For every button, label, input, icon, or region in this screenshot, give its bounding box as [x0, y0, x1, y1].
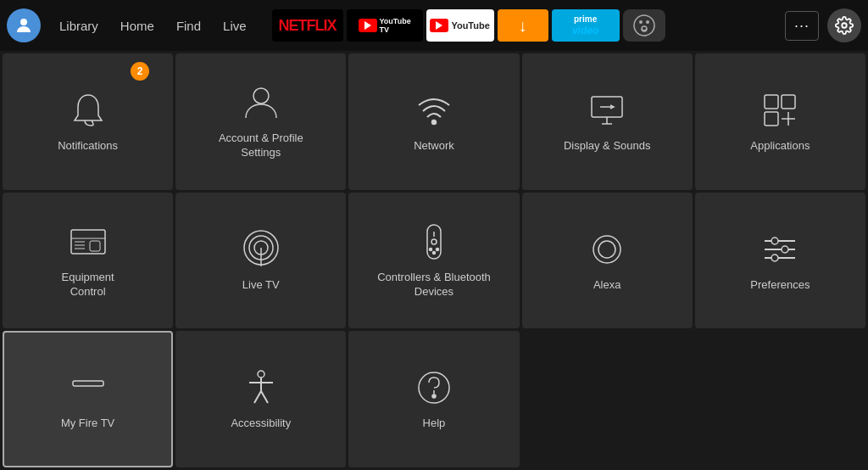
- netflix-button[interactable]: NETFLIX: [272, 9, 343, 42]
- notifications-label: Notifications: [58, 139, 118, 154]
- account-profile-label: Account & ProfileSettings: [219, 131, 303, 160]
- downloader-icon: ↓: [519, 16, 527, 36]
- account-profile-tile[interactable]: Account & ProfileSettings: [175, 53, 346, 190]
- accessibility-label: Accessibility: [231, 417, 291, 431]
- applications-tile[interactable]: Applications: [695, 53, 865, 190]
- controllers-bluetooth-tile[interactable]: Controllers & BluetoothDevices: [348, 193, 519, 329]
- help-tile[interactable]: Help: [348, 331, 519, 467]
- firetv-icon: [68, 367, 108, 408]
- display-sounds-tile[interactable]: Display & Sounds: [522, 53, 693, 190]
- top-navigation: Library Home Find Live NETFLIX YouTubeTV…: [0, 0, 868, 51]
- remote-icon: [414, 221, 454, 262]
- svg-point-42: [258, 371, 264, 378]
- wifi-icon: [414, 90, 454, 131]
- svg-point-32: [432, 252, 435, 255]
- tv-icon: [68, 221, 108, 262]
- youtube-button[interactable]: YouTube: [426, 9, 494, 42]
- svg-point-0: [20, 19, 27, 25]
- svg-point-40: [771, 255, 778, 261]
- more-button[interactable]: ···: [785, 11, 819, 41]
- live-tv-label: Live TV: [242, 278, 280, 293]
- nav-links: Library Home Find Live: [51, 14, 255, 38]
- svg-rect-22: [90, 241, 100, 251]
- sliders-icon: [760, 229, 800, 270]
- empty-tile-1: [522, 331, 693, 467]
- live-tv-tile[interactable]: Live TV: [175, 193, 346, 329]
- nav-library[interactable]: Library: [51, 14, 107, 38]
- network-tile[interactable]: Network: [348, 53, 519, 190]
- my-fire-tv-label: My Fire TV: [61, 417, 114, 431]
- svg-point-7: [431, 120, 436, 124]
- alexa-label: Alexa: [593, 278, 621, 293]
- alexa-icon: [587, 229, 627, 270]
- youtube-logo: YouTube: [430, 19, 489, 32]
- my-fire-tv-tile[interactable]: My Fire TV: [3, 331, 173, 467]
- svg-point-38: [782, 246, 788, 253]
- nav-home[interactable]: Home: [112, 14, 163, 38]
- youtubetv-logo: YouTubeTV: [359, 17, 411, 34]
- accessibility-icon: [241, 367, 281, 408]
- empty-tile-2: [695, 331, 865, 467]
- svg-rect-41: [73, 381, 103, 386]
- antenna-icon: [241, 229, 281, 270]
- nav-find[interactable]: Find: [168, 14, 209, 38]
- network-label: Network: [414, 139, 454, 154]
- app-shortcuts: NETFLIX YouTubeTV YouTube ↓ primevideo: [272, 9, 782, 42]
- svg-point-5: [842, 23, 847, 28]
- help-icon: [414, 367, 454, 408]
- settings-button[interactable]: [827, 8, 861, 42]
- svg-point-2: [639, 20, 643, 24]
- svg-line-45: [254, 391, 261, 403]
- person-icon: [241, 82, 281, 123]
- primevideo-logo: primevideo: [572, 14, 598, 36]
- display-icon: [587, 90, 627, 131]
- downloader-button[interactable]: ↓: [498, 9, 548, 42]
- equipment-control-label: EquipmentControl: [62, 271, 114, 299]
- svg-point-33: [593, 236, 620, 263]
- svg-rect-13: [782, 95, 795, 109]
- nav-live[interactable]: Live: [214, 14, 255, 38]
- svg-rect-12: [765, 95, 778, 109]
- svg-rect-14: [765, 112, 778, 126]
- svg-point-31: [436, 249, 438, 251]
- apps-icon: [760, 90, 800, 131]
- user-avatar[interactable]: [7, 8, 41, 42]
- notification-badge: 2: [131, 62, 149, 81]
- netflix-logo: NETFLIX: [279, 17, 337, 35]
- primevideo-button[interactable]: primevideo: [552, 9, 620, 42]
- help-label: Help: [423, 417, 446, 431]
- svg-point-3: [646, 20, 649, 24]
- equipment-control-tile[interactable]: EquipmentControl: [3, 193, 173, 329]
- svg-line-46: [261, 391, 268, 403]
- svg-point-34: [598, 241, 615, 258]
- svg-point-30: [429, 249, 431, 251]
- youtubetv-button[interactable]: YouTubeTV: [347, 9, 423, 42]
- controllers-bluetooth-label: Controllers & BluetoothDevices: [377, 271, 491, 299]
- games-button[interactable]: [623, 9, 665, 42]
- notifications-tile[interactable]: 2 Notifications: [3, 53, 173, 190]
- display-sounds-label: Display & Sounds: [564, 139, 651, 154]
- preferences-tile[interactable]: Preferences: [695, 193, 865, 329]
- accessibility-tile[interactable]: Accessibility: [175, 331, 346, 467]
- svg-point-6: [253, 88, 269, 104]
- applications-label: Applications: [750, 139, 810, 154]
- svg-point-36: [771, 238, 778, 244]
- svg-point-1: [634, 15, 654, 36]
- preferences-label: Preferences: [750, 278, 810, 293]
- svg-point-29: [431, 239, 437, 244]
- svg-point-48: [432, 394, 436, 398]
- settings-grid: 2 Notifications Account & ProfileSetting…: [0, 51, 868, 470]
- bell-icon: [68, 90, 108, 131]
- alexa-tile[interactable]: Alexa: [522, 193, 693, 329]
